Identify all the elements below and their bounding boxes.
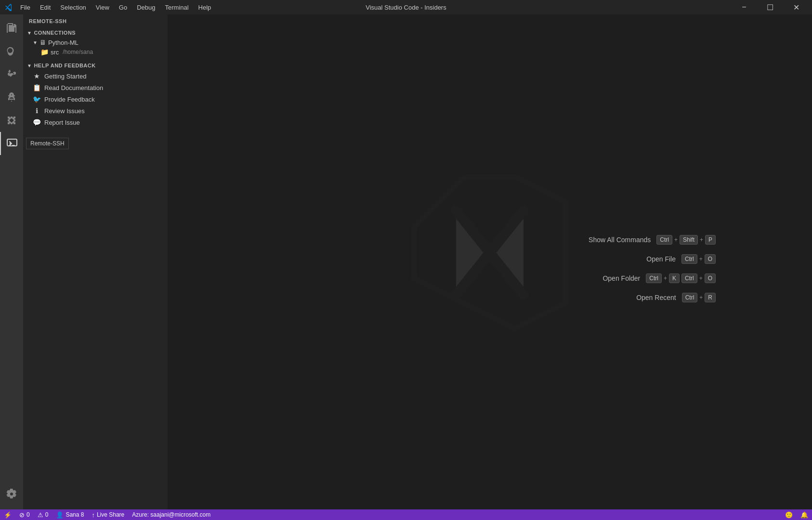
getting-started-label: Getting Started bbox=[44, 73, 86, 80]
extensions-icon bbox=[6, 115, 17, 126]
feedback-icon: 🙂 bbox=[785, 511, 793, 519]
kbd-shift: Shift bbox=[680, 235, 698, 245]
search-icon bbox=[6, 45, 17, 57]
status-liveshare[interactable]: ↑ Live Share bbox=[88, 509, 128, 520]
connections-label: CONNECTIONS bbox=[34, 30, 76, 36]
provide-feedback-label: Provide Feedback bbox=[44, 96, 95, 103]
src-label: src bbox=[51, 49, 59, 56]
kbd-plus2: + bbox=[700, 236, 703, 243]
kbd-ctrl: Ctrl bbox=[656, 235, 672, 245]
open-recent-keys: Ctrl + R bbox=[682, 293, 716, 302]
review-issues-label: Review Issues bbox=[44, 107, 85, 115]
user-label: Sana 8 bbox=[65, 511, 84, 518]
remote-ssh-icon bbox=[6, 138, 18, 149]
monitor-icon: 🖥 bbox=[39, 39, 46, 46]
menu-go[interactable]: Go bbox=[115, 3, 131, 12]
kbd-ctrl-4: Ctrl bbox=[681, 273, 697, 283]
read-docs-label: Read Documentation bbox=[44, 84, 103, 91]
menu-bar: File Edit Selection View Go Debug Termin… bbox=[16, 3, 215, 12]
activity-item-scm[interactable] bbox=[0, 63, 23, 86]
show-commands-keys: Ctrl + Shift + P bbox=[656, 235, 716, 245]
help-label: HELP AND FEEDBACK bbox=[34, 63, 95, 68]
help-item-report-issue[interactable]: 💬 Report Issue bbox=[23, 117, 168, 128]
files-icon bbox=[6, 22, 17, 34]
status-notifications[interactable]: 🔔 bbox=[797, 511, 812, 519]
minimize-button[interactable]: − bbox=[733, 0, 755, 14]
open-file-label: Open File bbox=[646, 255, 676, 263]
status-user[interactable]: 👤 Sana 8 bbox=[52, 509, 88, 520]
menu-file[interactable]: File bbox=[16, 3, 34, 12]
activity-item-debug[interactable] bbox=[0, 86, 23, 109]
liveshare-label: Live Share bbox=[97, 511, 124, 518]
sidebar: REMOTE-SSH ▼ CONNECTIONS ▼ 🖥 Python-ML 📁… bbox=[23, 14, 168, 509]
twitter-icon: 🐦 bbox=[33, 95, 40, 103]
tree-item-src[interactable]: 📁 src /home/sana bbox=[23, 47, 168, 57]
activity-item-search[interactable] bbox=[0, 39, 23, 63]
notifications-icon: 🔔 bbox=[800, 511, 808, 519]
connections-section-header[interactable]: ▼ CONNECTIONS bbox=[23, 28, 168, 38]
maximize-button[interactable]: ☐ bbox=[759, 0, 781, 14]
window-title: Visual Studio Code - Insiders bbox=[366, 4, 446, 11]
src-path: /home/sana bbox=[63, 49, 93, 55]
menu-debug[interactable]: Debug bbox=[133, 3, 159, 12]
open-folder-label: Open Folder bbox=[602, 274, 640, 282]
error-icon: ⊘ bbox=[19, 511, 25, 519]
menu-edit[interactable]: Edit bbox=[36, 3, 54, 12]
comment-icon: 💬 bbox=[33, 118, 40, 126]
status-azure[interactable]: Azure: saajani@microsoft.com bbox=[128, 509, 214, 520]
kbd-k: K bbox=[669, 273, 680, 283]
kbd-plus6: + bbox=[699, 294, 703, 301]
title-bar: File Edit Selection View Go Debug Termin… bbox=[0, 0, 812, 14]
activity-item-remote-ssh[interactable]: Remote-SSH bbox=[0, 132, 23, 155]
book-icon: 📋 bbox=[33, 84, 40, 91]
activity-item-extensions[interactable] bbox=[0, 109, 23, 132]
status-remote[interactable]: ⚡ bbox=[0, 509, 15, 520]
info-icon: ℹ bbox=[33, 107, 40, 115]
menu-selection[interactable]: Selection bbox=[56, 3, 90, 12]
warning-icon: ⚠ bbox=[38, 511, 43, 519]
kbd-plus5: + bbox=[699, 275, 703, 282]
folder-icon: 📁 bbox=[40, 48, 49, 56]
source-control-icon bbox=[6, 68, 17, 80]
help-item-getting-started[interactable]: ★ Getting Started bbox=[23, 70, 168, 82]
user-icon: 👤 bbox=[56, 511, 64, 519]
error-count: 0 bbox=[26, 511, 30, 518]
open-file-keys: Ctrl + O bbox=[681, 254, 716, 264]
vscode-logo-icon bbox=[5, 3, 13, 11]
close-button[interactable]: ✕ bbox=[785, 0, 807, 14]
status-errors[interactable]: ⊘ 0 bbox=[15, 509, 34, 520]
activity-bar-bottom bbox=[0, 482, 23, 509]
status-feedback[interactable]: 🙂 bbox=[781, 511, 797, 519]
help-item-read-docs[interactable]: 📋 Read Documentation bbox=[23, 82, 168, 93]
menu-view[interactable]: View bbox=[92, 3, 113, 12]
status-warnings[interactable]: ⚠ 0 bbox=[34, 509, 52, 520]
kbd-r: R bbox=[705, 293, 716, 302]
kbd-p: P bbox=[705, 235, 716, 245]
sidebar-title: REMOTE-SSH bbox=[23, 14, 168, 28]
help-item-provide-feedback[interactable]: 🐦 Provide Feedback bbox=[23, 93, 168, 105]
menu-terminal[interactable]: Terminal bbox=[161, 3, 192, 12]
kbd-plus1: + bbox=[674, 236, 678, 243]
menu-help[interactable]: Help bbox=[195, 3, 215, 12]
star-icon: ★ bbox=[33, 72, 40, 80]
svg-rect-0 bbox=[7, 139, 17, 146]
status-bar: ⚡ ⊘ 0 ⚠ 0 👤 Sana 8 ↑ Live Share Azure: s… bbox=[0, 509, 812, 520]
shortcut-open-file: Open File Ctrl + O bbox=[589, 254, 716, 264]
shortcut-open-folder: Open Folder Ctrl + K Ctrl + O bbox=[589, 273, 716, 283]
settings-icon bbox=[6, 488, 17, 500]
shortcut-open-recent: Open Recent Ctrl + R bbox=[589, 293, 716, 302]
azure-label: Azure: saajani@microsoft.com bbox=[132, 511, 210, 518]
warning-count: 0 bbox=[45, 511, 49, 518]
kbd-plus3: + bbox=[699, 256, 703, 262]
tree-item-python-ml[interactable]: ▼ 🖥 Python-ML bbox=[23, 38, 168, 47]
activity-item-settings[interactable] bbox=[0, 482, 23, 506]
open-folder-keys: Ctrl + K Ctrl + O bbox=[646, 273, 716, 283]
status-right-items: 🙂 🔔 bbox=[781, 511, 812, 519]
kbd-o2: O bbox=[705, 273, 716, 283]
help-item-review-issues[interactable]: ℹ Review Issues bbox=[23, 105, 168, 117]
python-ml-label: Python-ML bbox=[48, 39, 79, 46]
help-section-header[interactable]: ▼ HELP AND FEEDBACK bbox=[23, 61, 168, 70]
python-ml-chevron: ▼ bbox=[33, 40, 38, 45]
kbd-o: O bbox=[705, 254, 716, 264]
activity-item-explorer[interactable] bbox=[0, 16, 23, 39]
